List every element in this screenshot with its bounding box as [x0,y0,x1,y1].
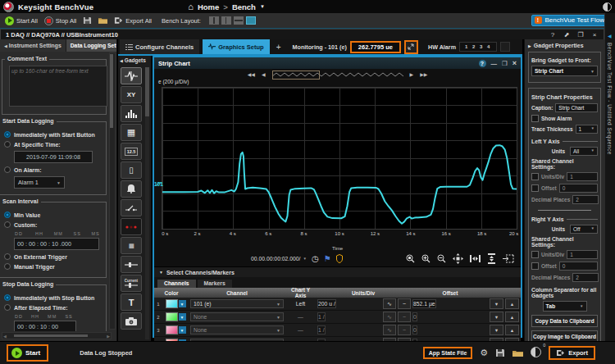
tab-channels[interactable]: Channels [157,280,196,288]
nav-next-icon[interactable]: ▶ [410,71,414,77]
gadget-digital-display-button[interactable]: 12.5 [121,143,142,160]
hw-alarm-toggle[interactable] [500,42,510,52]
layout-grid-button[interactable] [209,16,219,25]
offset-field[interactable]: 852.1 µe [412,299,436,308]
decimals-field[interactable]: 2 [572,195,599,204]
chart-help-icon[interactable]: ? [479,60,486,67]
radio-manual-trigger[interactable]: Manual Trigger [4,263,102,270]
radio-external-trigger[interactable]: On External Trigger [4,253,102,260]
channels-section-header[interactable]: ▼ Select Channels/Markers [154,266,521,277]
log-count-icon[interactable]: 0 [531,346,541,361]
instrument-tab[interactable]: 1 DAQ // DAQ970A // USBInstrument10 [6,31,118,39]
autoscale-icon-button[interactable]: ∿ [383,298,396,309]
show-alarm-row[interactable]: Show Alarm [531,115,598,122]
gadgets-collapse-icon[interactable]: ◀ [120,58,123,63]
move-down-button[interactable]: ▼ [490,325,503,335]
layout-rows-button[interactable] [234,16,244,25]
chart-canvas[interactable]: 101 [162,87,517,230]
channel-101-marker[interactable]: 101 [154,182,163,186]
radio-custom[interactable]: Custom: [4,221,102,228]
navigator-preview[interactable] [272,71,403,79]
offset-field[interactable]: 0 [559,262,598,271]
units-div-field[interactable]: 1 / [317,325,326,334]
stop-all-button[interactable]: Stop All [44,16,76,25]
cascade-icon[interactable]: ❐ [576,31,585,39]
gadget-alarm-button[interactable] [121,180,142,198]
radio-min-value[interactable]: Min Value [4,212,102,218]
units-div-field[interactable]: 1 [567,172,598,181]
alarm-select[interactable]: Alarm 1 ▼ [14,176,65,189]
radio-on-alarm[interactable]: On Alarm: [4,166,102,173]
tab-instrument-settings[interactable]: ◀ Instrument Settings [0,39,66,52]
channel-select[interactable]: None▼ [190,325,284,334]
flag-icon[interactable]: ⚑ [324,254,331,263]
navigator-selection[interactable] [272,71,320,80]
color-dropdown-icon[interactable]: ▼ [179,326,186,334]
nav-home[interactable]: Home [198,2,219,11]
start-logging-button[interactable]: Start [7,344,48,362]
add-tab-button[interactable]: + [273,43,285,52]
color-swatch[interactable] [166,312,178,321]
time-per-div-select[interactable]: 00.00.00:00:02.000/ ▼ [251,256,307,262]
units-div-field[interactable]: 200 u / [317,299,336,308]
gadget-switch-button[interactable] [121,199,142,216]
zoom-region-icon[interactable] [406,254,415,263]
decimals-field[interactable]: 2 [572,273,599,282]
gadgets-scrollbar[interactable] [145,67,149,339]
channel-row[interactable]: 2 ▼ None▼ — 1 / ∿ ~ 0 ▼ ▲ [154,311,521,324]
settings-gear-icon[interactable]: ⚙ [480,348,488,358]
gadget-table-button[interactable]: ▦ [121,124,142,141]
gadget-xy-chart-button[interactable]: XY [121,86,142,103]
right-units-select[interactable]: Off ▼ [570,225,598,234]
move-down-button[interactable]: ▼ [490,312,503,322]
test-flow-sidestrip[interactable]: ◀ BenchVue Test Flow - Untitled Sequence [604,13,615,364]
start-all-button[interactable]: Start All [5,16,38,25]
color-swatch[interactable] [166,299,178,308]
gadget-indicator-button[interactable]: ■ [121,237,142,254]
column-separator-select[interactable]: Tab ▼ [543,301,587,312]
scroll-left-icon[interactable]: ◀ [2,334,7,339]
nav-last-icon[interactable]: ▶▶ [420,71,427,77]
radio-elapsed-time[interactable]: After Elapsed Time: [4,304,102,311]
chart-close-icon[interactable]: × [512,59,517,67]
left-units-select[interactable]: All ▼ [570,147,598,156]
radio-immediately-start[interactable]: Immediately with Start Button [4,131,102,138]
color-dropdown-icon[interactable]: ▼ [179,313,186,321]
zoom-in-icon[interactable] [421,254,430,263]
bench-caret-icon[interactable]: ▼ [260,4,265,9]
smooth-icon-button[interactable]: ~ [398,298,411,309]
chart-minimize-icon[interactable]: — [491,60,498,67]
sidestrip-expand-icon[interactable]: ◀ [608,33,612,39]
clock-icon[interactable]: ◷ [312,254,319,263]
copy-data-button[interactable]: Copy Data to Clipboard [531,315,598,327]
gadget-slider-button[interactable] [121,256,142,273]
channel-row[interactable]: 3 ▼ None▼ — 1 / ∿ ~ 0 ▼ ▲ [154,324,521,337]
offset-field[interactable]: 0 [559,184,598,193]
export-button[interactable]: Export [549,346,595,360]
tab-graphics-setup[interactable]: Graphics Setup [203,39,269,54]
offset-field[interactable]: 0 [412,325,417,334]
help-icon[interactable]: ? [549,31,557,39]
close-icon[interactable]: × [590,31,599,39]
left-panel-vscrollbar[interactable] [109,52,116,330]
move-up-button[interactable]: ▲ [505,298,519,309]
units-div-field[interactable]: 1 / [317,312,326,321]
show-alarm-checkbox[interactable] [531,115,539,122]
autoscale-icon-button[interactable]: ∿ [383,325,396,335]
popout-icon[interactable]: ⬈ [563,31,571,39]
comment-textarea[interactable] [9,66,107,107]
caption-field[interactable]: Strip Chart [555,103,598,112]
layout-single-button[interactable] [246,16,256,25]
nav-prev-icon[interactable]: ◀ [262,71,266,77]
units-div-field[interactable]: 1 [567,250,598,259]
units-div-checkbox[interactable] [531,251,539,258]
color-dropdown-icon[interactable]: ▼ [179,300,186,307]
radio-immediately-stop[interactable]: Immediately with Stop Button [4,294,102,301]
save-icon[interactable] [495,348,505,357]
channel-select[interactable]: None▼ [190,312,284,321]
tab-configure-channels[interactable]: Configure Channels [120,39,199,54]
nav-bench[interactable]: Bench [232,2,256,11]
smooth-icon-button[interactable]: ~ [398,325,411,335]
move-up-button[interactable]: ▲ [505,325,519,335]
shield-icon[interactable] [336,254,343,263]
